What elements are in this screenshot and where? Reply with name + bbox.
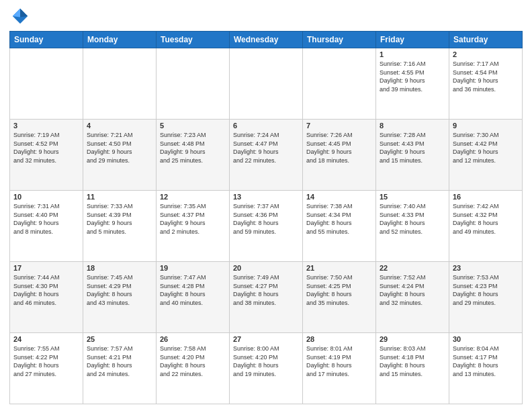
day-number: 6 bbox=[233, 122, 299, 130]
day-info: Sunrise: 7:24 AM Sunset: 4:47 PM Dayligh… bbox=[233, 131, 299, 165]
calendar-cell: 21Sunrise: 7:50 AM Sunset: 4:25 PM Dayli… bbox=[303, 262, 376, 333]
calendar-cell: 29Sunrise: 8:03 AM Sunset: 4:18 PM Dayli… bbox=[376, 333, 449, 404]
calendar-cell: 19Sunrise: 7:47 AM Sunset: 4:28 PM Dayli… bbox=[157, 262, 230, 333]
day-number: 20 bbox=[233, 264, 299, 272]
calendar-cell: 26Sunrise: 7:58 AM Sunset: 4:20 PM Dayli… bbox=[157, 333, 230, 404]
calendar-cell: 30Sunrise: 8:04 AM Sunset: 4:17 PM Dayli… bbox=[449, 333, 523, 404]
calendar-cell bbox=[303, 48, 376, 120]
calendar-cell: 18Sunrise: 7:45 AM Sunset: 4:29 PM Dayli… bbox=[83, 262, 157, 333]
day-number: 28 bbox=[306, 335, 372, 343]
day-info: Sunrise: 8:03 AM Sunset: 4:18 PM Dayligh… bbox=[380, 345, 445, 378]
calendar-cell: 13Sunrise: 7:37 AM Sunset: 4:36 PM Dayli… bbox=[230, 191, 303, 262]
day-number: 17 bbox=[13, 264, 79, 272]
day-info: Sunrise: 7:26 AM Sunset: 4:45 PM Dayligh… bbox=[306, 131, 372, 165]
week-row-2: 3Sunrise: 7:19 AM Sunset: 4:52 PM Daylig… bbox=[10, 120, 523, 191]
day-number: 19 bbox=[160, 264, 226, 272]
page: SundayMondayTuesdayWednesdayThursdayFrid… bbox=[0, 0, 532, 411]
week-row-3: 10Sunrise: 7:31 AM Sunset: 4:40 PM Dayli… bbox=[10, 191, 523, 262]
calendar-cell: 27Sunrise: 8:00 AM Sunset: 4:20 PM Dayli… bbox=[230, 333, 303, 404]
week-row-5: 24Sunrise: 7:55 AM Sunset: 4:22 PM Dayli… bbox=[10, 333, 523, 404]
day-info: Sunrise: 7:21 AM Sunset: 4:50 PM Dayligh… bbox=[87, 131, 152, 165]
day-info: Sunrise: 7:33 AM Sunset: 4:39 PM Dayligh… bbox=[87, 202, 152, 236]
day-number: 8 bbox=[380, 122, 445, 130]
calendar-cell: 6Sunrise: 7:24 AM Sunset: 4:47 PM Daylig… bbox=[230, 120, 303, 191]
logo bbox=[9, 7, 31, 26]
day-number: 22 bbox=[380, 264, 445, 272]
day-number: 12 bbox=[160, 193, 226, 201]
day-number: 21 bbox=[306, 264, 372, 272]
weekday-header-wednesday: Wednesday bbox=[230, 32, 303, 48]
day-number: 1 bbox=[380, 50, 445, 58]
weekday-header-row: SundayMondayTuesdayWednesdayThursdayFrid… bbox=[10, 32, 523, 48]
day-info: Sunrise: 8:04 AM Sunset: 4:17 PM Dayligh… bbox=[453, 345, 519, 378]
calendar-cell: 20Sunrise: 7:49 AM Sunset: 4:27 PM Dayli… bbox=[230, 262, 303, 333]
calendar-cell: 9Sunrise: 7:30 AM Sunset: 4:42 PM Daylig… bbox=[449, 120, 523, 191]
day-info: Sunrise: 7:37 AM Sunset: 4:36 PM Dayligh… bbox=[233, 202, 299, 236]
calendar-cell bbox=[157, 48, 230, 120]
day-info: Sunrise: 7:31 AM Sunset: 4:40 PM Dayligh… bbox=[13, 202, 79, 236]
calendar-cell: 3Sunrise: 7:19 AM Sunset: 4:52 PM Daylig… bbox=[10, 120, 83, 191]
weekday-header-tuesday: Tuesday bbox=[157, 32, 230, 48]
day-info: Sunrise: 7:30 AM Sunset: 4:42 PM Dayligh… bbox=[453, 131, 519, 165]
calendar-cell: 8Sunrise: 7:28 AM Sunset: 4:43 PM Daylig… bbox=[376, 120, 449, 191]
day-info: Sunrise: 7:44 AM Sunset: 4:30 PM Dayligh… bbox=[13, 273, 79, 307]
day-info: Sunrise: 7:58 AM Sunset: 4:20 PM Dayligh… bbox=[160, 345, 226, 378]
calendar-cell bbox=[10, 48, 83, 120]
day-info: Sunrise: 7:45 AM Sunset: 4:29 PM Dayligh… bbox=[87, 273, 152, 307]
calendar-cell: 1Sunrise: 7:16 AM Sunset: 4:55 PM Daylig… bbox=[376, 48, 449, 120]
day-number: 4 bbox=[87, 122, 152, 130]
day-info: Sunrise: 7:35 AM Sunset: 4:37 PM Dayligh… bbox=[160, 202, 226, 236]
day-info: Sunrise: 7:38 AM Sunset: 4:34 PM Dayligh… bbox=[306, 202, 372, 236]
header bbox=[9, 7, 523, 26]
calendar-cell bbox=[83, 48, 157, 120]
calendar-cell: 12Sunrise: 7:35 AM Sunset: 4:37 PM Dayli… bbox=[157, 191, 230, 262]
day-info: Sunrise: 7:17 AM Sunset: 4:54 PM Dayligh… bbox=[453, 60, 519, 93]
day-info: Sunrise: 7:19 AM Sunset: 4:52 PM Dayligh… bbox=[13, 131, 79, 165]
calendar-cell: 17Sunrise: 7:44 AM Sunset: 4:30 PM Dayli… bbox=[10, 262, 83, 333]
day-number: 16 bbox=[453, 193, 519, 201]
day-number: 9 bbox=[453, 122, 519, 130]
calendar-cell bbox=[230, 48, 303, 120]
day-number: 3 bbox=[13, 122, 79, 130]
calendar-cell: 25Sunrise: 7:57 AM Sunset: 4:21 PM Dayli… bbox=[83, 333, 157, 404]
day-number: 29 bbox=[380, 335, 445, 343]
calendar-cell: 11Sunrise: 7:33 AM Sunset: 4:39 PM Dayli… bbox=[83, 191, 157, 262]
calendar-cell: 10Sunrise: 7:31 AM Sunset: 4:40 PM Dayli… bbox=[10, 191, 83, 262]
day-number: 27 bbox=[233, 335, 299, 343]
day-info: Sunrise: 7:53 AM Sunset: 4:23 PM Dayligh… bbox=[453, 273, 519, 307]
calendar-cell: 2Sunrise: 7:17 AM Sunset: 4:54 PM Daylig… bbox=[449, 48, 523, 120]
day-info: Sunrise: 7:47 AM Sunset: 4:28 PM Dayligh… bbox=[160, 273, 226, 307]
calendar-cell: 4Sunrise: 7:21 AM Sunset: 4:50 PM Daylig… bbox=[83, 120, 157, 191]
calendar-cell: 5Sunrise: 7:23 AM Sunset: 4:48 PM Daylig… bbox=[157, 120, 230, 191]
week-row-1: 1Sunrise: 7:16 AM Sunset: 4:55 PM Daylig… bbox=[10, 48, 523, 120]
weekday-header-thursday: Thursday bbox=[303, 32, 376, 48]
day-number: 25 bbox=[87, 335, 152, 343]
day-info: Sunrise: 7:40 AM Sunset: 4:33 PM Dayligh… bbox=[380, 202, 445, 236]
calendar-cell: 22Sunrise: 7:52 AM Sunset: 4:24 PM Dayli… bbox=[376, 262, 449, 333]
day-number: 10 bbox=[13, 193, 79, 201]
day-number: 7 bbox=[306, 122, 372, 130]
calendar-cell: 14Sunrise: 7:38 AM Sunset: 4:34 PM Dayli… bbox=[303, 191, 376, 262]
calendar-cell: 28Sunrise: 8:01 AM Sunset: 4:19 PM Dayli… bbox=[303, 333, 376, 404]
day-info: Sunrise: 7:23 AM Sunset: 4:48 PM Dayligh… bbox=[160, 131, 226, 165]
day-number: 26 bbox=[160, 335, 226, 343]
weekday-header-friday: Friday bbox=[376, 32, 449, 48]
day-number: 13 bbox=[233, 193, 299, 201]
day-number: 14 bbox=[306, 193, 372, 201]
calendar-cell: 16Sunrise: 7:42 AM Sunset: 4:32 PM Dayli… bbox=[449, 191, 523, 262]
day-number: 11 bbox=[87, 193, 152, 201]
day-info: Sunrise: 7:52 AM Sunset: 4:24 PM Dayligh… bbox=[380, 273, 445, 307]
calendar-cell: 24Sunrise: 7:55 AM Sunset: 4:22 PM Dayli… bbox=[10, 333, 83, 404]
day-number: 30 bbox=[453, 335, 519, 343]
weekday-header-saturday: Saturday bbox=[449, 32, 523, 48]
svg-marker-2 bbox=[13, 9, 20, 17]
calendar-cell: 7Sunrise: 7:26 AM Sunset: 4:45 PM Daylig… bbox=[303, 120, 376, 191]
day-info: Sunrise: 7:42 AM Sunset: 4:32 PM Dayligh… bbox=[453, 202, 519, 236]
day-info: Sunrise: 7:49 AM Sunset: 4:27 PM Dayligh… bbox=[233, 273, 299, 307]
day-info: Sunrise: 7:57 AM Sunset: 4:21 PM Dayligh… bbox=[87, 345, 152, 378]
day-info: Sunrise: 8:01 AM Sunset: 4:19 PM Dayligh… bbox=[306, 345, 372, 378]
day-number: 15 bbox=[380, 193, 445, 201]
day-info: Sunrise: 7:16 AM Sunset: 4:55 PM Dayligh… bbox=[380, 60, 445, 93]
day-info: Sunrise: 7:28 AM Sunset: 4:43 PM Dayligh… bbox=[380, 131, 445, 165]
day-number: 24 bbox=[13, 335, 79, 343]
